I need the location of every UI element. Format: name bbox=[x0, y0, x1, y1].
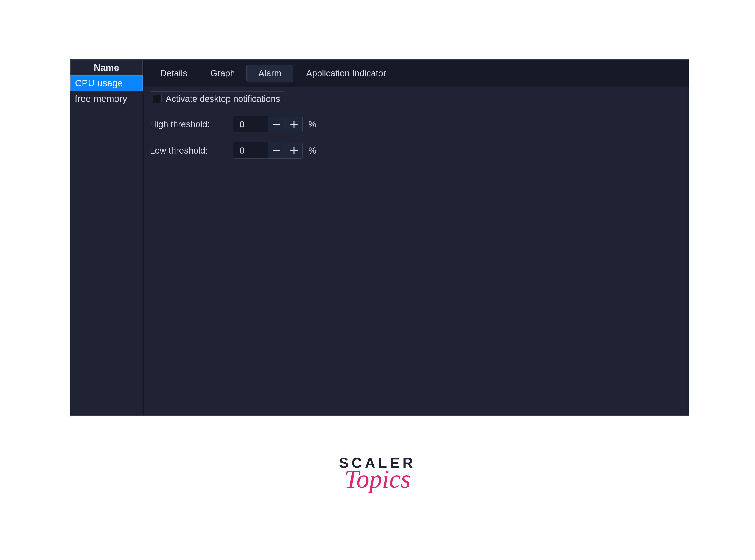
high-threshold-decrement-button[interactable] bbox=[268, 116, 285, 132]
tab-alarm[interactable]: Alarm bbox=[247, 64, 293, 82]
brand-word-topics: Topics bbox=[339, 469, 416, 489]
high-threshold-unit: % bbox=[308, 119, 316, 129]
high-threshold-label: High threshold: bbox=[150, 119, 229, 129]
low-threshold-decrement-button[interactable] bbox=[268, 142, 285, 158]
brand-logo: SCALER Topics bbox=[339, 456, 416, 489]
high-threshold-input[interactable]: 0 bbox=[233, 116, 268, 132]
minus-icon bbox=[272, 120, 281, 129]
activate-notifications-checkbox[interactable]: Activate desktop notifications bbox=[150, 92, 285, 106]
plus-icon bbox=[290, 120, 298, 129]
plus-icon bbox=[290, 146, 298, 155]
tab-application-indicator[interactable]: Application Indicator bbox=[293, 64, 399, 82]
sidebar-item-cpu-usage[interactable]: CPU usage bbox=[71, 76, 142, 91]
sidebar: Name CPU usage free memory bbox=[71, 60, 144, 415]
high-threshold-row: High threshold: 0 % bbox=[150, 116, 682, 133]
alarm-content: Activate desktop notifications High thre… bbox=[144, 86, 689, 415]
tab-graph[interactable]: Graph bbox=[199, 64, 247, 82]
minus-icon bbox=[272, 146, 281, 155]
low-threshold-stepper: 0 bbox=[233, 142, 303, 159]
sidebar-item-free-memory[interactable]: free memory bbox=[71, 91, 142, 106]
high-threshold-increment-button[interactable] bbox=[285, 116, 303, 132]
low-threshold-input[interactable]: 0 bbox=[233, 142, 268, 158]
main-panel: Details Graph Alarm Application Indicato… bbox=[144, 60, 689, 415]
low-threshold-label: Low threshold: bbox=[150, 145, 229, 156]
sidebar-header-name[interactable]: Name bbox=[71, 60, 142, 76]
tab-details[interactable]: Details bbox=[149, 64, 199, 82]
low-threshold-row: Low threshold: 0 % bbox=[150, 142, 682, 159]
high-threshold-stepper: 0 bbox=[233, 116, 303, 133]
activate-notifications-label: Activate desktop notifications bbox=[166, 94, 280, 104]
checkbox-icon bbox=[153, 95, 162, 103]
low-threshold-unit: % bbox=[308, 145, 316, 156]
tab-bar: Details Graph Alarm Application Indicato… bbox=[144, 60, 689, 86]
app-window: Name CPU usage free memory Details Graph… bbox=[70, 59, 689, 416]
low-threshold-increment-button[interactable] bbox=[285, 142, 303, 158]
